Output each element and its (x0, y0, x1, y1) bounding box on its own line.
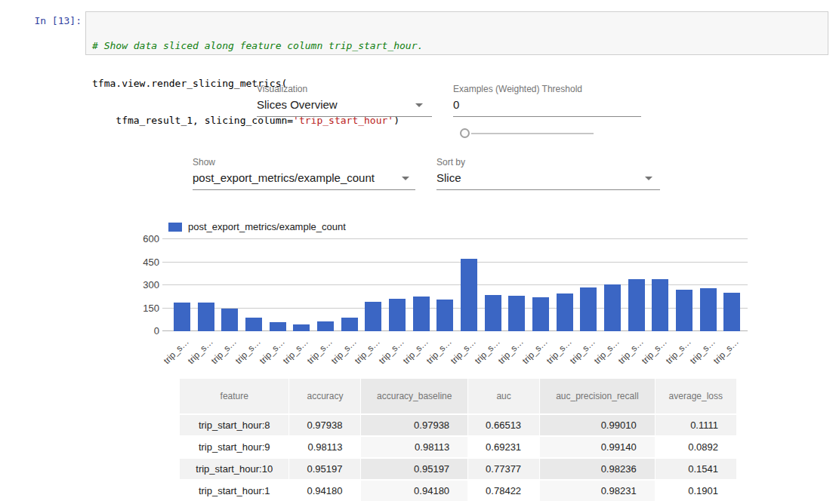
bar[interactable] (604, 284, 621, 331)
table-row: trip_start_hour:80.979380.979380.665130.… (180, 415, 736, 435)
sort-by-label: Sort by (436, 157, 660, 167)
bar[interactable] (532, 297, 549, 331)
threshold-slider[interactable] (460, 128, 594, 139)
table-row: trip_start_hour:100.951970.951970.773770… (180, 459, 736, 479)
metric-cell: 0.0892 (655, 437, 736, 457)
sort-by-dropdown[interactable]: Sort by Slice (436, 157, 660, 190)
show-value: post_export_metrics/example_count (193, 171, 415, 190)
legend-label: post_export_metrics/example_count (188, 221, 346, 232)
sort-by-value: Slice (436, 171, 660, 190)
metric-cell: 0.77377 (468, 459, 539, 479)
visualization-label: Visualization (257, 84, 432, 94)
bar[interactable] (557, 293, 573, 331)
metrics-table: featureaccuracyaccuracy_baselineaucauc_p… (179, 377, 737, 502)
bar[interactable] (293, 324, 310, 331)
code-comment: # Show data sliced along feature column … (92, 40, 822, 53)
metric-cell: 0.98113 (289, 437, 360, 457)
bar[interactable] (341, 318, 358, 331)
metric-cell: 0.69231 (468, 437, 539, 457)
column-header[interactable]: accuracy (289, 379, 360, 413)
slices-chart: post_export_metrics/example_count 015030… (140, 217, 755, 364)
y-axis-label: 600 (140, 233, 159, 244)
column-header[interactable]: average_loss (655, 379, 736, 413)
threshold-input[interactable]: 0 (453, 98, 641, 117)
gridline (162, 238, 748, 239)
input-prompt: In [13]: (14, 15, 82, 26)
show-label: Show (193, 157, 415, 167)
metric-cell: 0.78422 (468, 481, 539, 501)
metric-cell: 0.98231 (540, 481, 655, 501)
threshold-label: Examples (Weighted) Threshold (453, 84, 641, 94)
metric-cell: 0.1541 (655, 459, 736, 479)
bar[interactable] (436, 300, 453, 331)
threshold-field[interactable]: Examples (Weighted) Threshold 0 (453, 84, 641, 117)
chevron-down-icon[interactable] (402, 177, 409, 180)
metric-cell: 0.99140 (540, 437, 655, 457)
column-header[interactable]: accuracy_baseline (361, 379, 467, 413)
visualization-dropdown[interactable]: Visualization Slices Overview (257, 84, 432, 117)
bar[interactable] (508, 296, 525, 331)
metric-cell: 0.97938 (361, 415, 467, 435)
bar[interactable] (461, 259, 477, 331)
gridline (162, 262, 748, 263)
metric-cell: 0.1901 (655, 481, 736, 501)
bar[interactable] (174, 303, 190, 331)
feature-cell: trip_start_hour:8 (180, 415, 288, 435)
y-axis-label: 0 (140, 325, 159, 337)
chevron-down-icon[interactable] (415, 103, 423, 107)
slider-track[interactable] (471, 133, 594, 134)
bar[interactable] (580, 287, 597, 331)
table-row: trip_start_hour:10.941800.941800.784220.… (180, 481, 736, 501)
y-axis-label: 150 (140, 303, 159, 314)
metric-cell: 0.1111 (655, 415, 736, 435)
table-row: trip_start_hour:90.981130.981130.692310.… (180, 437, 736, 457)
feature-cell: trip_start_hour:10 (180, 459, 288, 479)
metric-cell: 0.98113 (361, 437, 467, 457)
bar[interactable] (723, 293, 740, 331)
bar[interactable] (389, 299, 406, 331)
chart-legend: post_export_metrics/example_count (168, 221, 346, 232)
column-header[interactable]: auc (468, 379, 539, 413)
metric-cell: 0.66513 (468, 415, 539, 435)
metric-cell: 0.95197 (361, 459, 467, 479)
visualization-value: Slices Overview (257, 98, 432, 117)
y-axis-label: 300 (140, 279, 159, 290)
bar[interactable] (485, 295, 501, 331)
bar-plot (162, 238, 748, 331)
y-axis-label: 450 (140, 257, 159, 268)
chevron-down-icon[interactable] (645, 177, 652, 180)
feature-cell: trip_start_hour:9 (180, 437, 288, 457)
legend-swatch-icon (168, 223, 182, 232)
metric-cell: 0.98236 (540, 459, 655, 479)
bar[interactable] (413, 297, 430, 331)
metric-cell: 0.94180 (361, 481, 467, 501)
bar[interactable] (628, 279, 645, 331)
feature-cell: trip_start_hour:1 (180, 481, 288, 501)
bar[interactable] (198, 303, 214, 331)
bar[interactable] (700, 288, 717, 331)
code-editor[interactable]: # Show data sliced along feature column … (85, 11, 828, 55)
bar[interactable] (270, 322, 286, 331)
bar[interactable] (221, 309, 238, 331)
bar[interactable] (652, 279, 668, 331)
bar[interactable] (365, 302, 381, 331)
metric-cell: 0.99010 (540, 415, 655, 435)
metric-cell: 0.97938 (289, 415, 360, 435)
column-header[interactable]: auc_precision_recall (540, 379, 655, 413)
show-dropdown[interactable]: Show post_export_metrics/example_count (193, 157, 415, 190)
metrics-table-wrapper: featureaccuracyaccuracy_baselineaucauc_p… (179, 377, 737, 504)
slider-knob[interactable] (460, 128, 470, 138)
table-header-row: featureaccuracyaccuracy_baselineaucauc_p… (180, 379, 736, 413)
bar[interactable] (676, 290, 692, 331)
bar[interactable] (245, 318, 262, 331)
metric-cell: 0.95197 (289, 459, 360, 479)
metric-cell: 0.94180 (289, 481, 360, 501)
bar[interactable] (317, 321, 334, 331)
column-header[interactable]: feature (180, 379, 288, 413)
